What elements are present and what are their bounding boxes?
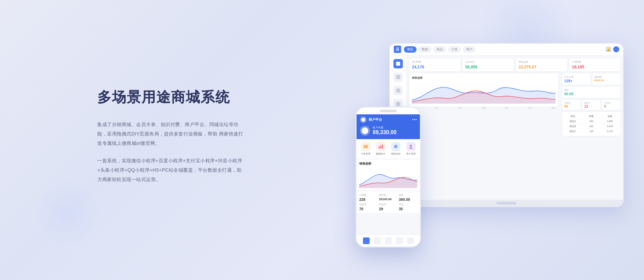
metric-label: 销售额 bbox=[594, 75, 619, 79]
stat-value-sales: 22,075.07 bbox=[519, 65, 565, 69]
orders-icon bbox=[361, 142, 370, 151]
marketing-icon: % bbox=[391, 142, 400, 151]
metric-value-refund: 65.00 bbox=[564, 92, 619, 96]
mobile-stat-value: 35 bbox=[399, 207, 417, 211]
mobile-stats-grid: 订单数 228 销售额 20100.00 退款 390.00 待处理 70 bbox=[357, 191, 420, 213]
table-cell-amount: 3,240 bbox=[601, 125, 619, 127]
mobile-stat-value: 390.00 bbox=[399, 198, 417, 202]
text-section: 多场景用途商城系统 集成了分销商城、会员卡券、知识付费、商户平台、同城论坛等功能… bbox=[97, 88, 245, 192]
table-cell-sales: 145 bbox=[583, 130, 600, 132]
quick-action-marketing[interactable]: % 营销活动 bbox=[391, 142, 400, 156]
mobile-bottom-nav bbox=[357, 235, 420, 246]
mobile-balance-value: 89,330.00 bbox=[373, 129, 396, 135]
dash-tab-orders[interactable]: 订单 bbox=[448, 46, 461, 53]
dash-content: 用户数量 24,176 今日访问 56,856 销售金额 22,075.07 bbox=[390, 56, 623, 200]
dash-tab-data[interactable]: 数据 bbox=[419, 46, 431, 53]
svg-rect-3 bbox=[364, 145, 368, 148]
svg-rect-7 bbox=[380, 146, 381, 149]
data-icon bbox=[376, 142, 385, 151]
desktop-bottom-bar bbox=[390, 200, 623, 207]
stat-label-users: 用户数量 bbox=[412, 60, 458, 64]
mobile-stat-label: 退款 bbox=[399, 193, 417, 197]
mobile-nav-grid[interactable] bbox=[374, 237, 381, 244]
quick-action-data[interactable]: 数据统计 bbox=[376, 142, 385, 156]
description-2: 一套系统，实现微信小程序+百度小程序+支付宝小程序+抖音小程序+头条小程序+QQ… bbox=[97, 156, 245, 184]
small-stat-value: 58 bbox=[564, 105, 579, 108]
mobile-stat-label: 待处理 bbox=[359, 203, 378, 206]
menu-dot bbox=[416, 119, 417, 120]
chart-title: 销售趋势 bbox=[412, 76, 555, 80]
mobile-chart-section: 销售趋势 bbox=[357, 160, 420, 190]
small-stat-value: 13 bbox=[584, 105, 599, 108]
mobile-menu-icon[interactable] bbox=[412, 119, 417, 120]
metric-cards-grid: 今日订单 128+ 销售额 8320.00 退款 bbox=[562, 73, 621, 98]
mobile-avatar-area: 账户余额 89,330.00 bbox=[360, 126, 417, 136]
stat-label-orders: 订单数量 bbox=[572, 60, 618, 64]
desktop-screen: 店 概览 数据 商品 订单 用户 🔔 bbox=[390, 44, 623, 200]
mobile-nav-settings[interactable] bbox=[396, 237, 403, 244]
table-header-amount: 金额 bbox=[601, 115, 619, 118]
user-icon bbox=[396, 102, 400, 106]
small-stat-value: 0 bbox=[604, 105, 619, 108]
mobile-notch-bar bbox=[380, 110, 397, 112]
stats-row: 用户数量 24,176 今日访问 56,856 销售金额 22,075.07 bbox=[409, 58, 621, 71]
user-avatar[interactable] bbox=[613, 46, 619, 52]
table-cell-name: 商品C bbox=[564, 130, 581, 133]
table-header-sales: 销量 bbox=[583, 115, 600, 118]
chart-x-label: 周二 bbox=[435, 107, 439, 110]
table-cell-amount: 4,560 bbox=[601, 120, 619, 122]
mobile-stat-order-count: 订单数 228 bbox=[359, 193, 378, 202]
stat-card-users: 用户数量 24,176 bbox=[409, 58, 461, 71]
small-stat-label: 待发货 bbox=[564, 102, 579, 105]
quick-action-users[interactable]: 用户管理 bbox=[406, 142, 416, 156]
stat-value-users: 24,176 bbox=[412, 65, 458, 69]
mobile-chart bbox=[359, 168, 417, 188]
metric-value-sales: 8320.00 bbox=[594, 79, 619, 82]
mobile-nav-home[interactable] bbox=[363, 237, 370, 244]
dash-tab-overview[interactable]: 概览 bbox=[404, 46, 417, 53]
sidebar-item-chart[interactable] bbox=[393, 72, 403, 82]
table-row: 商品A 230 4,560 bbox=[564, 119, 619, 124]
notification-icon[interactable]: 🔔 bbox=[606, 47, 611, 52]
table-cell-name: 商品B bbox=[564, 125, 581, 128]
sidebar-item-goods[interactable] bbox=[393, 86, 403, 95]
quick-action-orders[interactable]: 订单管理 bbox=[361, 142, 370, 156]
table-cell-amount: 2,175 bbox=[601, 130, 619, 132]
svg-text:%: % bbox=[395, 146, 397, 148]
metric-card-orders: 今日订单 128+ bbox=[562, 73, 591, 85]
mobile-stat-value: 70 bbox=[359, 207, 378, 211]
metric-label: 退款 bbox=[564, 89, 619, 92]
small-stat-done: 已完成 0 bbox=[602, 100, 621, 110]
svg-point-11 bbox=[410, 145, 412, 147]
dash-tab-goods[interactable]: 商品 bbox=[433, 46, 446, 53]
mobile-chart-title: 销售趋势 bbox=[359, 162, 417, 166]
metric-label: 今日订单 bbox=[564, 75, 589, 79]
page-title: 多场景用途商城系统 bbox=[97, 88, 245, 106]
svg-rect-6 bbox=[379, 147, 380, 149]
chart-x-label: 周三 bbox=[459, 107, 463, 110]
stat-value-orders: 16,195 bbox=[572, 65, 618, 69]
chart-x-label: 周六 bbox=[528, 107, 532, 110]
small-stat-label: 已完成 bbox=[604, 102, 619, 105]
metric-card-refund: 退款 65.00 bbox=[562, 87, 621, 98]
mobile-nav-card[interactable] bbox=[385, 237, 392, 244]
quick-action-label: 用户管理 bbox=[406, 152, 416, 156]
mobile-stat-value: 20100.00 bbox=[379, 198, 397, 201]
mobile-quick-actions: 订单管理 数据统计 % 营销活动 bbox=[357, 139, 420, 158]
table-cell-sales: 230 bbox=[583, 120, 600, 122]
description-1: 集成了分销商城、会员卡券、知识付费、商户平台、同城论坛等功能，采用拖拽式DIY页… bbox=[97, 120, 245, 148]
sidebar-item-home[interactable] bbox=[393, 59, 403, 68]
mobile-stat-complete: 完成 35 bbox=[399, 203, 417, 211]
chart-icon bbox=[396, 75, 400, 79]
table-row: 商品B 180 3,240 bbox=[564, 124, 619, 129]
table-area: 商品 销量 金额 商品A 230 4,560 bbox=[562, 112, 621, 136]
mobile-stat-value: 29 bbox=[379, 207, 397, 211]
dash-logo-text: 店 bbox=[396, 47, 399, 52]
dash-tab-users[interactable]: 用户 bbox=[463, 46, 476, 53]
stat-label-sales: 销售金额 bbox=[519, 60, 565, 64]
mobile-app-header: 商户平台 账户余额 8 bbox=[357, 114, 420, 139]
mobile-nav-gear[interactable] bbox=[407, 237, 414, 244]
metric-value-orders: 128+ bbox=[564, 79, 589, 83]
small-stat-refund: 退款中 13 bbox=[582, 100, 601, 110]
users-icon bbox=[406, 142, 416, 151]
